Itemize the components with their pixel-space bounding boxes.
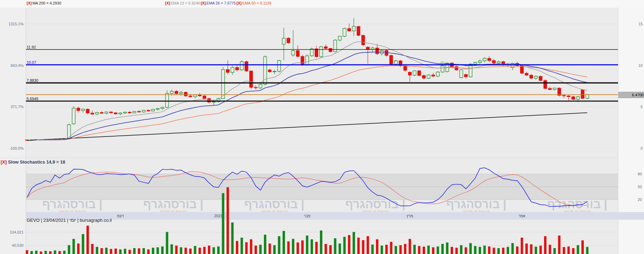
ema50-legend-label: EMA 50 = 8.1139 bbox=[242, 1, 271, 5]
stochastics-axis-label: 50 bbox=[638, 185, 642, 189]
hover-highlight-dot bbox=[440, 61, 445, 67]
remove-ema50-button[interactable]: [X] bbox=[237, 1, 242, 5]
remove-ema13-button[interactable]: [X] bbox=[165, 1, 170, 5]
ema13-legend-label: EMA 13 = 6.9240 bbox=[171, 1, 200, 5]
level-label: 5.6949 bbox=[27, 97, 38, 101]
chart-application: 1315.1%15843.4%10371.7%5-100.0%011.9210.… bbox=[0, 0, 644, 254]
level-label: 11.92 bbox=[27, 45, 36, 49]
price-axis-label: 5 bbox=[641, 105, 643, 109]
volume-axis-label: 40,530 bbox=[12, 243, 24, 247]
watermark-logo: בורסהגרף | bbox=[244, 198, 304, 211]
remove-ema26-button[interactable]: [X] bbox=[201, 1, 206, 5]
remove-ma200-button[interactable]: [X] bbox=[27, 1, 32, 5]
price-axis-label: 0 bbox=[641, 146, 643, 150]
price-axis-percent-label: -100.0% bbox=[9, 146, 24, 150]
price-axis-percent-label: 371.7% bbox=[11, 105, 24, 109]
price-axis-label: 10 bbox=[638, 63, 643, 68]
date-axis-label: אפר bbox=[518, 214, 525, 218]
stochastics-title: Slow Stochastics 14,9 = 18 bbox=[8, 159, 65, 165]
volume-axis-label: 104,021 bbox=[10, 230, 24, 234]
chart-canvas: 1315.1%15843.4%10371.7%5-100.0%011.9210.… bbox=[0, 0, 644, 254]
last-price-badge: 6.4700 bbox=[618, 92, 644, 98]
watermark-logo: בורסהגרף | bbox=[143, 198, 203, 211]
symbol-info-text: GEVO | 23/04/2021 | יומי | bursagraph.co… bbox=[27, 218, 112, 223]
legend-emas: [X] EMA 13 = 6.9240 [X] EMA 26 = 7.6775 … bbox=[165, 1, 271, 5]
date-axis-label: 2021 bbox=[214, 214, 222, 218]
watermark-logo: בורסהגרף | bbox=[42, 198, 102, 211]
level-label: 10.07 bbox=[27, 60, 36, 64]
stochastics-axis-label: 20 bbox=[638, 198, 642, 202]
price-axis-percent-label: 1315.1% bbox=[9, 22, 24, 26]
remove-stochastics-button[interactable]: [X] bbox=[1, 159, 7, 165]
date-axis: דצמ2021פברמרץאפר bbox=[26, 212, 644, 220]
ema26-legend-label: EMA 26 = 7.6775 bbox=[206, 1, 236, 5]
level-label: 7.8830 bbox=[27, 78, 38, 82]
date-axis-label: פבר bbox=[304, 214, 310, 218]
date-axis-label: מרץ bbox=[407, 214, 413, 218]
stochastics-title-row: [X] Slow Stochastics 14,9 = 18 bbox=[1, 159, 65, 165]
date-axis-label: דצמ bbox=[117, 214, 124, 218]
price-axis-percent-label: 843.4% bbox=[11, 63, 24, 68]
legend-ma200: [X] MA 200 = 4.2930 bbox=[27, 1, 61, 5]
price-axis-label: 15 bbox=[638, 22, 643, 26]
ma200-legend-label: MA 200 = 4.2930 bbox=[33, 1, 61, 5]
stochastics-axis-label: 80 bbox=[638, 172, 642, 176]
watermark-logo: בורסהגרף | bbox=[446, 198, 506, 211]
